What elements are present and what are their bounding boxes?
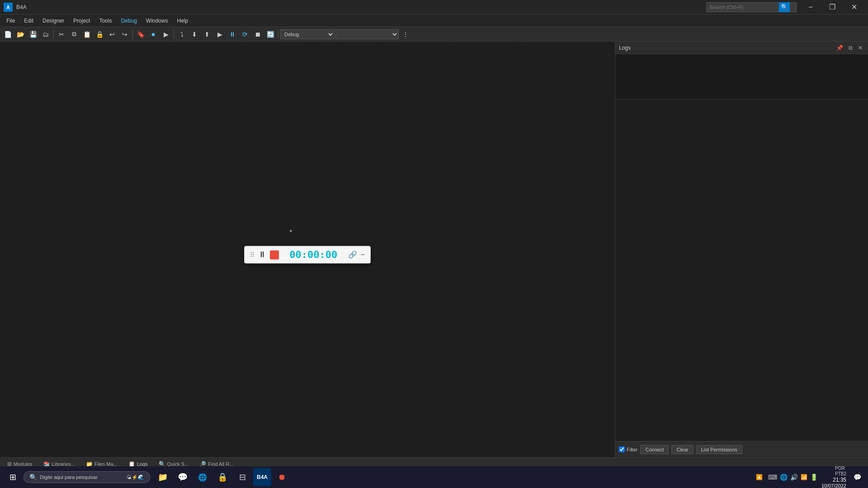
- toolbar-sep4: [278, 30, 278, 39]
- toolbar-save-all[interactable]: 🗂: [40, 28, 52, 40]
- taskbar-app-lock[interactable]: 🔒: [213, 468, 231, 486]
- debug-grip-icon: ⠿: [250, 251, 255, 258]
- menu-project[interactable]: Project: [69, 16, 94, 26]
- debug-stop-button[interactable]: [270, 250, 279, 259]
- start-icon: ⊞: [9, 472, 16, 482]
- toolbar-lock[interactable]: 🔒: [94, 28, 105, 40]
- taskbar-app-whatsapp[interactable]: 💬: [174, 468, 192, 486]
- volume-icon[interactable]: 🔊: [790, 474, 798, 481]
- app-title: B4A: [16, 4, 706, 10]
- clock-date: 10/07/2022: [821, 483, 846, 488]
- logs-title: Logs: [619, 45, 835, 51]
- logs-close-button[interactable]: ✕: [856, 44, 864, 52]
- menu-help[interactable]: Help: [173, 16, 193, 26]
- clear-button[interactable]: Clear: [671, 445, 693, 454]
- filter-checkbox-label[interactable]: Filter: [619, 446, 637, 452]
- toolbar-bookmark[interactable]: 🔖: [135, 28, 146, 40]
- toolbar-step-out[interactable]: ⬆: [201, 28, 213, 40]
- taskbar-search-box[interactable]: 🔍 Digite aqui para pesquisar 🌤⚡🌊: [24, 471, 150, 483]
- toolbar-restart[interactable]: 🔄: [264, 28, 276, 40]
- menu-bar: File Edit Designer Project Tools Debug W…: [0, 14, 868, 27]
- chevron-up-icon: 🔼: [756, 474, 763, 480]
- sys-tray[interactable]: 🔼: [754, 472, 764, 482]
- debug-bar[interactable]: ⠿ ⏸ 00:00:00 🔗 −: [244, 246, 371, 263]
- main-area: ✛ ⠿ ⏸ 00:00:00 🔗 − Logs 📌 ⧉ ✕: [0, 42, 868, 457]
- search-button[interactable]: 🔍: [779, 2, 790, 12]
- search-input[interactable]: [707, 4, 779, 11]
- toolbar-more[interactable]: ⋮: [400, 28, 411, 40]
- logs-header: Logs 📌 ⧉ ✕: [615, 42, 868, 54]
- device-dropdown[interactable]: [335, 29, 399, 39]
- connect-button[interactable]: Connect: [640, 445, 669, 454]
- menu-designer[interactable]: Designer: [38, 16, 69, 26]
- toolbar: 📄 📂 💾 🗂 ✂ ⧉ 📋 🔒 ↩ ↪ 🔖 ● ▶ ⤵ ⬇ ⬆ ▶ ⏸ ⟳ ⏹ …: [0, 27, 868, 42]
- toolbar-redo[interactable]: ↪: [119, 28, 131, 40]
- toolbar-undo[interactable]: ↩: [106, 28, 118, 40]
- menu-debug[interactable]: Debug: [116, 16, 141, 26]
- taskbar-app-b4a[interactable]: B4A: [253, 468, 271, 486]
- taskbar-weather-icons: 🌤⚡🌊: [127, 474, 144, 480]
- toolbar-save[interactable]: 💾: [27, 28, 39, 40]
- logs-bottom-controls: Filter Connect Clear List Permissions: [615, 441, 868, 457]
- taskbar-clock[interactable]: PORPTB2 21:35 10/07/2022: [821, 466, 846, 488]
- toolbar-open[interactable]: 📂: [14, 28, 26, 40]
- toolbar-run[interactable]: ●: [147, 28, 159, 40]
- menu-windows[interactable]: Windows: [142, 16, 173, 26]
- editor-area[interactable]: ✛ ⠿ ⏸ 00:00:00 🔗 −: [0, 42, 615, 457]
- logs-main-area: [615, 99, 868, 441]
- taskbar-sys-icons: ⌨ 🌐 🔊 📶 🔋: [768, 474, 818, 481]
- taskbar-app-grid[interactable]: ⊟: [233, 468, 251, 486]
- network-icon[interactable]: 🌐: [780, 474, 788, 481]
- window-controls: − ❐ ✕: [800, 0, 864, 14]
- toolbar-new[interactable]: 📄: [2, 28, 14, 40]
- toolbar-paste[interactable]: 📋: [81, 28, 93, 40]
- notification-button[interactable]: 💬: [850, 470, 864, 484]
- logs-float-button[interactable]: ⧉: [847, 44, 854, 52]
- restore-button[interactable]: ❐: [822, 0, 843, 14]
- toolbar-copy[interactable]: ⧉: [68, 28, 80, 40]
- debug-link-button[interactable]: 🔗: [348, 250, 357, 259]
- taskbar-apps: 📁 💬 🌐 🔒 ⊟ B4A ⏺: [154, 468, 291, 486]
- logs-panel: Logs 📌 ⧉ ✕ Filter Connect Clear List Per…: [615, 42, 868, 457]
- taskbar-search-text: Digite aqui para pesquisar: [40, 474, 98, 480]
- wifi-icon[interactable]: 📶: [801, 474, 807, 480]
- app-icon: A: [4, 3, 13, 12]
- debug-minimize-button[interactable]: −: [361, 251, 365, 259]
- toolbar-sep2: [132, 30, 133, 39]
- title-search-box[interactable]: 🔍: [706, 2, 797, 12]
- taskbar-app-explorer[interactable]: 📁: [154, 468, 172, 486]
- toolbar-sep1: [53, 30, 54, 39]
- menu-edit[interactable]: Edit: [19, 16, 38, 26]
- toolbar-play[interactable]: ▶: [214, 28, 226, 40]
- logs-content-area: [615, 54, 868, 441]
- debug-timer: 00:00:00: [283, 249, 344, 260]
- taskbar-app-chrome[interactable]: 🌐: [193, 468, 212, 486]
- title-bar: A B4A 🔍 − ❐ ✕: [0, 0, 868, 14]
- list-permissions-button[interactable]: List Permissions: [696, 445, 742, 454]
- toolbar-step-into[interactable]: ⬇: [189, 28, 200, 40]
- start-button[interactable]: ⊞: [4, 468, 22, 486]
- logs-pin-button[interactable]: 📌: [835, 44, 845, 52]
- toolbar-stop[interactable]: ⏹: [252, 28, 264, 40]
- clock-locale: PORPTB2: [835, 466, 846, 477]
- filter-checkbox[interactable]: [619, 446, 625, 452]
- menu-file[interactable]: File: [2, 16, 19, 26]
- logs-top-area: [615, 54, 868, 99]
- toolbar-pause[interactable]: ⏸: [226, 28, 238, 40]
- keyboard-icon[interactable]: ⌨: [768, 474, 777, 481]
- toolbar-run2[interactable]: ▶: [160, 28, 172, 40]
- minimize-button[interactable]: −: [800, 0, 821, 14]
- menu-tools[interactable]: Tools: [94, 16, 116, 26]
- debug-pause-button[interactable]: ⏸: [258, 250, 266, 259]
- taskbar: ⊞ 🔍 Digite aqui para pesquisar 🌤⚡🌊 📁 💬 🌐…: [0, 466, 868, 488]
- toolbar-refresh[interactable]: ⟳: [239, 28, 251, 40]
- toolbar-cut[interactable]: ✂: [56, 28, 67, 40]
- taskbar-app-record[interactable]: ⏺: [273, 468, 291, 486]
- close-button[interactable]: ✕: [844, 0, 864, 14]
- debug-mode-dropdown[interactable]: Debug Release: [280, 29, 335, 39]
- clock-time: 21:35: [833, 477, 846, 483]
- cursor: ✛: [289, 229, 295, 235]
- battery-icon[interactable]: 🔋: [810, 474, 818, 481]
- toolbar-sep3: [174, 30, 174, 39]
- toolbar-step-over[interactable]: ⤵: [176, 28, 188, 40]
